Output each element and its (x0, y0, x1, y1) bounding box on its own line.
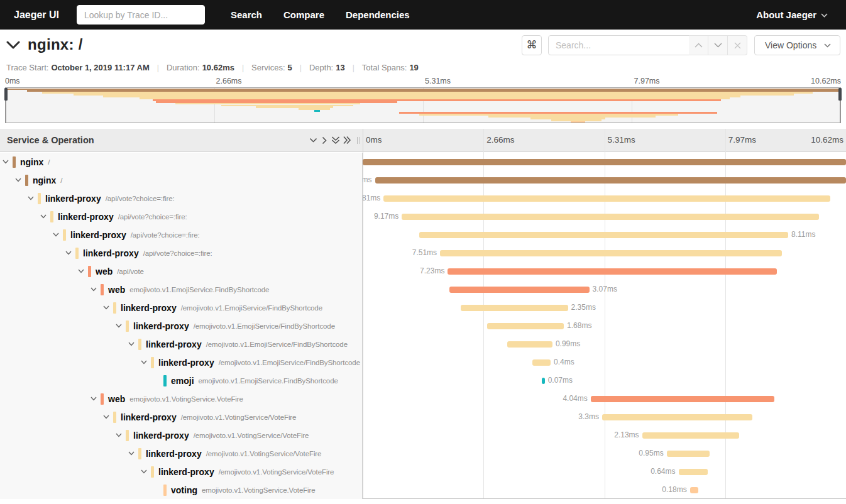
span-bar[interactable] (448, 268, 777, 275)
span-name-cell[interactable]: nginx/ (0, 171, 363, 189)
span-name-cell[interactable]: webemojivoto.v1.VotingService.VoteFire (0, 390, 363, 408)
service-color-block (13, 156, 16, 168)
next-result-button[interactable] (708, 35, 728, 55)
span-expand-chevron-icon[interactable] (141, 359, 147, 366)
span-name-cell[interactable]: votingemojivoto.v1.VotingService.VoteFir… (0, 481, 363, 499)
span-bar[interactable] (507, 341, 552, 348)
span-expand-chevron-icon[interactable] (40, 214, 47, 220)
jaeger-logo[interactable]: Jaeger UI (14, 0, 59, 30)
stat-value: 5 (288, 63, 292, 72)
service-name: linkerd-proxy (146, 339, 202, 349)
chevron-down-icon (714, 43, 722, 48)
span-expand-chevron-icon[interactable] (116, 432, 122, 439)
span-name-cell[interactable]: linkerd-proxy/emojivoto.v1.VotingService… (0, 463, 363, 481)
span-bar[interactable] (402, 214, 819, 220)
clear-search-button[interactable] (728, 35, 747, 55)
span-expand-chevron-icon[interactable] (53, 232, 59, 238)
span-name-cell[interactable]: linkerd-proxy/api/vote?choice=:fire: (0, 207, 363, 226)
span-bar[interactable] (542, 378, 545, 384)
span-expand-chevron-icon[interactable] (28, 195, 34, 202)
scrubber-left-handle[interactable] (4, 88, 8, 101)
span-bar[interactable] (591, 396, 775, 402)
span-bar[interactable] (667, 451, 710, 457)
span-expand-chevron-icon[interactable] (128, 451, 135, 457)
span-name-cell[interactable]: linkerd-proxy/api/vote?choice=:fire: (0, 226, 363, 244)
span-name-cell[interactable]: linkerd-proxy/api/vote?choice=:fire: (0, 244, 363, 262)
collapse-all-icon[interactable] (330, 135, 341, 145)
keyboard-shortcuts-button[interactable]: ⌘ (522, 35, 542, 55)
minimap-tick-label: 7.97ms (634, 77, 660, 85)
span-expand-chevron-icon[interactable] (141, 469, 147, 475)
minimap-span-line (314, 110, 320, 112)
expand-all-icon[interactable] (341, 135, 353, 145)
service-name: linkerd-proxy (158, 358, 214, 368)
span-expand-chevron-icon[interactable] (91, 287, 97, 293)
nav-item-dependencies[interactable]: Dependencies (346, 0, 410, 30)
span-bar[interactable] (532, 359, 551, 366)
span-duration-label: 2.13ms (614, 426, 639, 444)
span-expand-chevron-icon[interactable] (91, 396, 97, 402)
span-bar[interactable] (679, 469, 708, 475)
span-bar[interactable] (440, 250, 782, 256)
span-expand-chevron-icon[interactable] (15, 177, 21, 184)
service-color-block (50, 211, 53, 222)
span-name-cell[interactable]: nginx/ (0, 153, 363, 171)
trace-id-input[interactable] (77, 5, 205, 25)
span-bar[interactable] (487, 323, 564, 329)
nav-item-search[interactable]: Search (231, 0, 262, 30)
view-options-button[interactable]: View Options (754, 35, 840, 55)
span-bar[interactable] (419, 232, 788, 238)
span-name-cell[interactable]: linkerd-proxy/emojivoto.v1.EmojiService/… (0, 317, 363, 335)
span-name-cell[interactable]: linkerd-proxy/emojivoto.v1.VotingService… (0, 426, 363, 444)
trace-title: nginx: / (28, 36, 83, 53)
operation-name: /emojivoto.v1.EmojiService/FindByShortco… (194, 322, 335, 330)
span-bar[interactable] (602, 414, 752, 420)
trace-collapse-chevron-icon[interactable] (6, 40, 20, 51)
span-name-cell[interactable]: webemojivoto.v1.EmojiService.FindByShort… (0, 280, 363, 299)
service-color-block (138, 339, 141, 350)
span-name-cell[interactable]: linkerd-proxy/emojivoto.v1.VotingService… (0, 408, 363, 426)
span-name-cell[interactable]: linkerd-proxy/emojivoto.v1.EmojiService/… (0, 299, 363, 317)
span-expand-chevron-icon[interactable] (128, 341, 135, 348)
span-bar[interactable] (363, 159, 846, 165)
span-bar[interactable] (383, 195, 830, 202)
span-expand-chevron-icon[interactable] (103, 414, 109, 420)
service-color-block (126, 320, 129, 332)
service-name: linkerd-proxy (70, 230, 126, 240)
operation-name: /emojivoto.v1.EmojiService/FindByShortco… (219, 359, 360, 366)
expand-one-icon[interactable] (319, 135, 330, 145)
span-expand-chevron-icon[interactable] (65, 250, 72, 256)
span-name-cell[interactable]: linkerd-proxy/emojivoto.v1.VotingService… (0, 444, 363, 463)
span-bar[interactable] (375, 177, 846, 184)
about-jaeger-menu[interactable]: About Jaeger (756, 0, 828, 30)
span-name-cell[interactable]: web/api/vote (0, 262, 363, 280)
span-duration-label: 7.51ms (412, 244, 437, 262)
span-expand-chevron-icon[interactable] (116, 323, 122, 329)
service-name: linkerd-proxy (121, 412, 177, 422)
timeline-tick-label: 2.66ms (486, 129, 514, 151)
span-name-cell[interactable]: linkerd-proxy/emojivoto.v1.EmojiService/… (0, 335, 363, 353)
column-resize-grip[interactable] (356, 137, 361, 144)
span-bar[interactable] (690, 487, 698, 493)
span-expand-chevron-icon[interactable] (3, 159, 9, 165)
span-name-cell[interactable]: linkerd-proxy/emojivoto.v1.EmojiService/… (0, 353, 363, 371)
span-expand-chevron-icon[interactable] (78, 268, 84, 275)
prev-result-button[interactable] (689, 35, 708, 55)
service-name: linkerd-proxy (121, 303, 177, 313)
span-name-cell[interactable]: emojiemojivoto.v1.EmojiService.FindBySho… (0, 371, 363, 390)
operation-name: emojivoto.v1.VotingService.VoteFire (202, 486, 316, 494)
collapse-one-icon[interactable] (307, 135, 319, 145)
minimap-span-graph[interactable] (5, 87, 841, 123)
span-duration-label: 3.07ms (593, 280, 617, 299)
service-name: linkerd-proxy (133, 430, 189, 441)
span-duration-label: 4.04ms (563, 390, 587, 408)
scrubber-right-handle[interactable] (838, 88, 842, 101)
span-bar[interactable] (449, 287, 589, 293)
span-name-cell[interactable]: linkerd-proxy/api/vote?choice=:fire: (0, 189, 363, 207)
span-search-input[interactable] (548, 35, 689, 55)
nav-item-compare[interactable]: Compare (283, 0, 324, 30)
service-name: web (96, 266, 113, 277)
span-bar[interactable] (642, 432, 739, 439)
span-expand-chevron-icon[interactable] (103, 305, 109, 311)
span-bar[interactable] (461, 305, 568, 311)
